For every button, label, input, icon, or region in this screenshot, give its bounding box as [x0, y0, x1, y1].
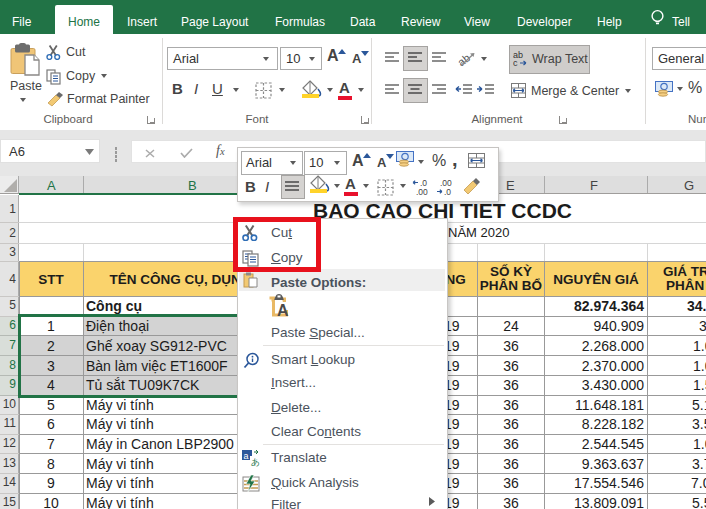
- svg-text:.0: .0: [444, 187, 451, 196]
- svg-text:c: c: [513, 58, 518, 67]
- svg-text:.00: .00: [416, 187, 428, 196]
- svg-text:A: A: [277, 302, 289, 318]
- svg-text:あ: あ: [251, 457, 260, 467]
- svg-text:ab: ab: [456, 51, 472, 68]
- svg-text:a: a: [244, 451, 249, 461]
